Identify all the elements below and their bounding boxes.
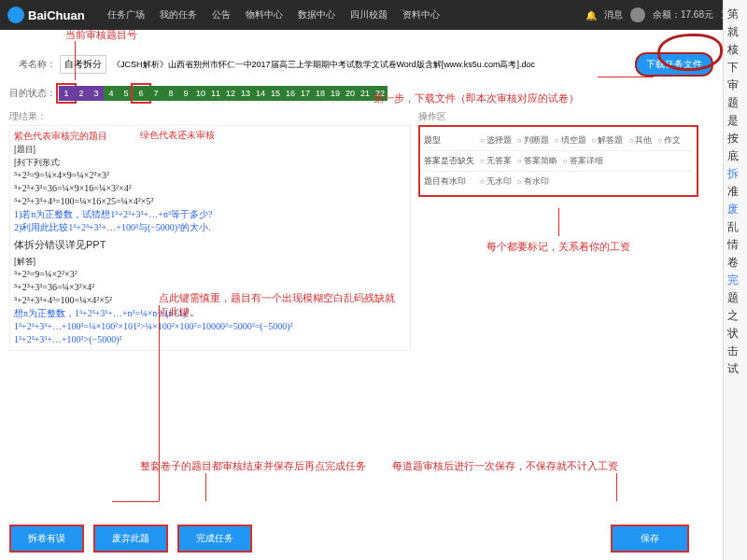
sidebar-char: 状 [727, 325, 743, 342]
question-box-15[interactable]: 15 [268, 86, 283, 101]
op-row: 题目有水印无水印有水印 [424, 172, 693, 191]
btn-finish[interactable]: 完成任务 [177, 525, 252, 553]
anno-finish: 整套卷子的题目都审核结束并保存后再点完成任务 [140, 459, 402, 473]
question-box-22[interactable]: 22 [373, 86, 388, 101]
question-content: 紫色代表审核完的题目 [题目] [列下列形式: 绿色代表还未审核 ³+2³=9=… [9, 125, 411, 351]
question-box-14[interactable]: 14 [253, 86, 268, 101]
sidebar-char: 拆 [727, 165, 743, 182]
right-text-strip: 第就核下审题是按底拆准废乱情卷完题之状击试 [723, 0, 747, 560]
logo-icon [7, 7, 24, 23]
nav-notice[interactable]: 公告 [212, 8, 231, 21]
sol-6: 1³+2³+3³+…+100³>(−5000)² [14, 333, 406, 346]
category-box: 自考拆分 [60, 55, 106, 74]
op-label: 答案是否缺失 [424, 155, 480, 167]
op-opts: 无水印有水印 [480, 175, 693, 188]
question-box-2[interactable]: 2 [74, 86, 89, 101]
bottom-bar: 拆卷有误 废弃此题 完成任务 保存 [9, 525, 689, 553]
radio-option[interactable]: 其他 [628, 134, 652, 147]
btn-split-error[interactable]: 拆卷有误 [9, 525, 84, 553]
question-box-6[interactable]: 6 [134, 86, 148, 101]
balance-label: 余额：17.68元 [653, 8, 713, 21]
nav-resource[interactable]: 资料中心 [402, 8, 440, 21]
radio-option[interactable]: 答案简略 [517, 155, 557, 167]
header2: [列下列形式: [14, 156, 406, 169]
question-box-16[interactable]: 16 [283, 86, 298, 101]
question-box-7[interactable]: 7 [148, 86, 163, 101]
radio-option[interactable]: 作文 [657, 134, 681, 147]
sidebar-char: 下 [727, 59, 743, 76]
header3: [解答] [14, 255, 406, 268]
question-box-17[interactable]: 17 [298, 86, 313, 101]
nav-my-tasks[interactable]: 我的任务 [160, 8, 197, 21]
avatar[interactable] [630, 7, 645, 22]
question-box-1[interactable]: 1 [59, 86, 74, 101]
question-box-21[interactable]: 21 [358, 86, 373, 101]
question-box-18[interactable]: 18 [313, 86, 328, 101]
question-box-11[interactable]: 11 [208, 86, 223, 101]
nav-material[interactable]: 物料中心 [246, 8, 283, 21]
question-box-19[interactable]: 19 [328, 86, 343, 101]
sol-2: ³+2³+3³=36=¼×3²×4² [14, 281, 406, 294]
sidebar-char: 乱 [727, 218, 743, 235]
question-status-row: 目的状态： 1234567891011121314151617181920212… [9, 86, 713, 101]
brand-text: BaiChuan [28, 8, 85, 22]
sidebar-char: 准 [727, 183, 743, 200]
nav-sichuan[interactable]: 四川校题 [350, 8, 388, 21]
radio-option[interactable]: 答案详细 [563, 155, 603, 167]
op-row: 题型选择题判断题填空题解答题其他作文 [424, 131, 693, 151]
op-label: 题目有水印 [424, 175, 480, 188]
user-area: 🔔 消息 余额：17.68元 退出 [585, 7, 740, 22]
sidebar-char: 情 [727, 236, 743, 253]
question-box-8[interactable]: 8 [163, 86, 178, 101]
radio-option[interactable]: 有水印 [517, 175, 549, 188]
download-button[interactable]: 下载任务文件 [635, 52, 713, 77]
radio-option[interactable]: 填空题 [555, 134, 586, 147]
brand-logo: BaiChuan [7, 7, 85, 23]
question-box-12[interactable]: 12 [223, 86, 238, 101]
nav-tasks[interactable]: 任务广场 [107, 8, 145, 21]
anno-mark-all: 每个都要标记，关系着你的工资 [418, 240, 698, 254]
question-box-3[interactable]: 3 [89, 86, 104, 101]
sidebar-char: 题 [727, 94, 743, 111]
header1: [题目] [14, 143, 406, 156]
top-nav: BaiChuan 任务广场 我的任务 公告 物料中心 数据中心 四川校题 资料中… [0, 0, 747, 30]
sidebar-char: 按 [727, 130, 743, 147]
op-title: 操作区 [418, 110, 698, 123]
btn-discard[interactable]: 废弃此题 [93, 525, 168, 553]
op-opts: 无答案答案简略答案详细 [480, 155, 693, 167]
sidebar-char: 核 [727, 41, 743, 58]
sidebar-char: 废 [727, 201, 743, 217]
math-1: ³+2³=9=¼×4×9=¼×2²×3² [14, 169, 406, 182]
green-note: 绿色代表还未审核 [140, 129, 215, 142]
op-row: 答案是否缺失无答案答案简略答案详细 [424, 151, 693, 172]
nav-data[interactable]: 数据中心 [298, 8, 335, 21]
main-area: 当前审核题目号 考名称： 自考拆分 《JCSH解析》山西省朔州市怀仁一中2017… [0, 30, 723, 560]
sol-1: ³+2³=9=¼×2²×3² [14, 268, 406, 281]
question-box-9[interactable]: 9 [178, 86, 193, 101]
question-box-10[interactable]: 10 [193, 86, 208, 101]
sidebar-char: 第 [727, 6, 743, 22]
sidebar-char: 是 [727, 112, 743, 129]
radio-option[interactable]: 无答案 [480, 155, 512, 167]
bell-label: 消息 [604, 8, 623, 21]
question-box-13[interactable]: 13 [238, 86, 253, 101]
op-label: 题型 [424, 134, 480, 147]
question-box-5[interactable]: 5 [119, 86, 134, 101]
radio-option[interactable]: 选择题 [480, 134, 512, 147]
q1: 1)若n为正整数，试猜想1³+2³+3³+…+n³等于多少? [14, 208, 406, 221]
bell-icon[interactable]: 🔔 [585, 10, 597, 21]
question-box-20[interactable]: 20 [343, 86, 358, 101]
ppt-line: 体拆分错误详见PPT [14, 238, 406, 251]
sidebar-char: 击 [727, 343, 743, 359]
question-box-4[interactable]: 4 [104, 86, 119, 101]
radio-option[interactable]: 判断题 [517, 134, 549, 147]
sidebar-char: 审 [727, 77, 743, 93]
sol-4: 想n为正整数，1³+2³+3³+…+n³=¼×n²×(n+1)² [14, 307, 406, 320]
sidebar-char: 试 [727, 360, 743, 377]
radio-option[interactable]: 无水印 [480, 175, 512, 188]
operation-panel: 题型选择题判断题填空题解答题其他作文答案是否缺失无答案答案简略答案详细题目有水印… [418, 125, 698, 197]
radio-option[interactable]: 解答题 [592, 134, 624, 147]
btn-save[interactable]: 保存 [611, 525, 689, 553]
exam-desc: 《JCSH解析》山西省朔州市怀仁一中2017届高三上学期期中考试数学文试卷Wor… [112, 59, 535, 71]
math-3: ³+2³+3³+4³=100=¼×16×25=¼×4²×5² [14, 195, 406, 208]
